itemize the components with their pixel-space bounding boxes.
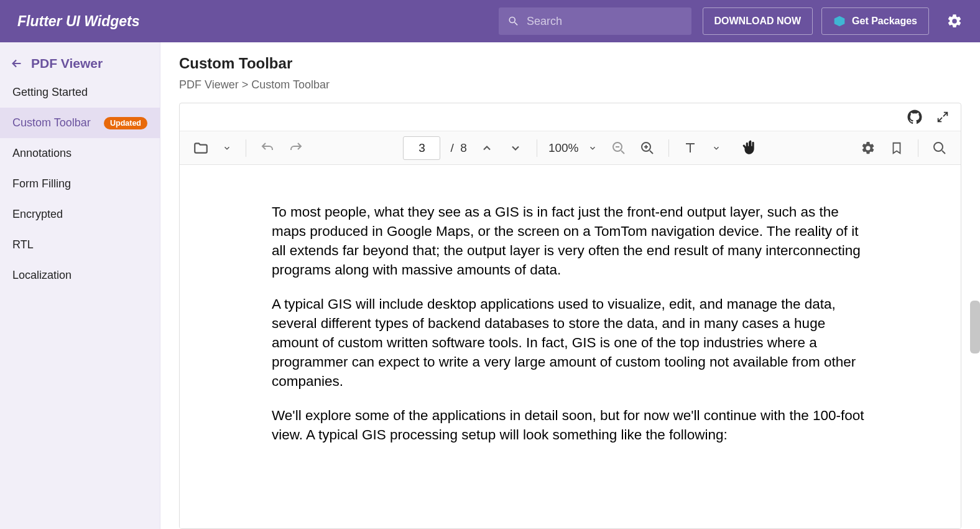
open-file-button[interactable]	[188, 136, 213, 161]
viewer-settings-button[interactable]	[856, 136, 881, 161]
svg-point-2	[934, 143, 943, 151]
search-input[interactable]	[527, 15, 682, 28]
chevron-down-icon	[223, 144, 231, 152]
package-icon	[833, 15, 846, 27]
separator	[537, 139, 537, 157]
zoom-out-button[interactable]	[606, 136, 631, 161]
scrollbar-thumb[interactable]	[970, 301, 980, 353]
sidebar-item-encrypted[interactable]: Encrypted	[0, 199, 160, 230]
text-select-dropdown[interactable]	[706, 136, 726, 161]
get-packages-button[interactable]: Get Packages	[821, 7, 929, 35]
separator	[668, 139, 669, 157]
bookmark-icon	[890, 141, 904, 155]
undo-icon	[260, 141, 275, 156]
search-box[interactable]	[499, 7, 691, 35]
folder-icon	[193, 140, 209, 156]
pan-tool-button[interactable]	[736, 136, 761, 161]
sidebar-item-label: Encrypted	[12, 208, 63, 221]
pdf-page: To most people, what they see as a GIS i…	[197, 165, 943, 485]
document-paragraph: A typical GIS will include desktop appli…	[272, 294, 869, 391]
gear-icon	[946, 13, 963, 29]
get-packages-label: Get Packages	[852, 16, 917, 27]
chevron-down-icon	[509, 142, 522, 154]
panel-top-actions	[180, 103, 961, 131]
expand-icon	[936, 110, 950, 124]
search-icon	[932, 141, 947, 156]
sidebar-item-label: Annotations	[12, 147, 72, 160]
sidebar-title: PDF Viewer	[31, 56, 103, 71]
document-paragraph: To most people, what they see as a GIS i…	[272, 202, 869, 279]
sidebar-item-label: Custom Toolbar	[12, 116, 91, 129]
download-now-label: DOWNLOAD NOW	[714, 16, 802, 27]
undo-button[interactable]	[255, 136, 280, 161]
open-file-dropdown[interactable]	[217, 136, 237, 161]
page-title: Custom Toolbar	[179, 55, 961, 72]
separator	[246, 139, 246, 157]
download-now-button[interactable]: DOWNLOAD NOW	[703, 7, 813, 35]
github-icon	[907, 110, 922, 124]
hand-icon	[741, 140, 757, 156]
redo-icon	[289, 141, 303, 156]
separator	[918, 139, 918, 157]
demo-panel: / 8 100%	[179, 103, 961, 529]
document-paragraph: We'll explore some of the applications i…	[272, 406, 869, 444]
app-topbar: Flutter UI Widgets DOWNLOAD NOW Get Pack…	[0, 0, 980, 42]
text-icon	[683, 141, 698, 156]
updated-badge: Updated	[104, 117, 147, 129]
sidebar-item-getting-started[interactable]: Getting Started	[0, 77, 160, 108]
sidebar-item-annotations[interactable]: Annotations	[0, 138, 160, 169]
sidebar-header[interactable]: PDF Viewer	[0, 50, 160, 77]
sidebar-item-rtl[interactable]: RTL	[0, 230, 160, 260]
page-number-input[interactable]	[403, 136, 440, 160]
chevron-down-icon	[588, 144, 597, 152]
search-icon	[507, 14, 520, 28]
breadcrumb: PDF Viewer > Custom Toolbar	[179, 78, 961, 91]
sidebar-item-localization[interactable]: Localization	[0, 260, 160, 291]
sidebar-item-custom-toolbar[interactable]: Custom Toolbar Updated	[0, 108, 160, 138]
zoom-level-label: 100%	[548, 141, 579, 155]
bookmark-button[interactable]	[884, 136, 909, 161]
redo-button[interactable]	[284, 136, 308, 161]
main-area: PDF Viewer Getting Started Custom Toolba…	[0, 42, 980, 529]
zoom-out-icon	[611, 141, 626, 156]
github-button[interactable]	[907, 110, 922, 124]
sidebar-item-label: Getting Started	[12, 86, 88, 99]
chevron-down-icon	[712, 144, 721, 152]
back-arrow-icon	[10, 57, 24, 70]
sidebar-item-label: Form Filling	[12, 177, 71, 190]
zoom-in-button[interactable]	[635, 136, 660, 161]
zoom-dropdown[interactable]	[583, 136, 603, 161]
brand-title: Flutter UI Widgets	[17, 13, 140, 30]
sidebar-item-label: Localization	[12, 269, 72, 282]
fullscreen-button[interactable]	[936, 110, 950, 124]
text-select-button[interactable]	[678, 136, 703, 161]
zoom-in-icon	[640, 141, 655, 156]
search-in-pdf-button[interactable]	[927, 136, 952, 161]
document-viewport[interactable]: To most people, what they see as a GIS i…	[180, 165, 961, 528]
pdf-toolbar: / 8 100%	[180, 131, 961, 165]
settings-button[interactable]	[946, 13, 963, 29]
gear-icon	[861, 141, 876, 156]
page-total-label: / 8	[450, 141, 466, 155]
sidebar: PDF Viewer Getting Started Custom Toolba…	[0, 42, 160, 529]
content: Custom Toolbar PDF Viewer > Custom Toolb…	[160, 42, 980, 529]
next-page-button[interactable]	[503, 136, 528, 161]
sidebar-item-form-filling[interactable]: Form Filling	[0, 169, 160, 199]
prev-page-button[interactable]	[474, 136, 499, 161]
sidebar-item-label: RTL	[12, 238, 34, 251]
chevron-up-icon	[481, 142, 493, 154]
